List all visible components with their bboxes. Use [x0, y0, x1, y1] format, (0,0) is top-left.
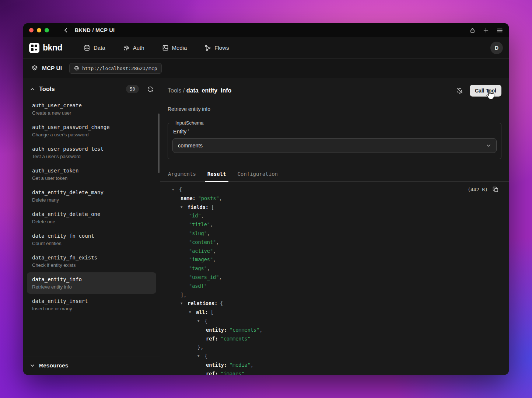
refresh-icon	[147, 86, 153, 92]
tab-configuration[interactable]: Configuration	[235, 167, 280, 182]
tool-description: Test a user's password	[32, 154, 151, 159]
json-punct: {	[204, 353, 207, 359]
tool-item-data_entity_delete_many[interactable]: data_entity_delete_manyDelete many	[27, 185, 156, 207]
tool-item-data_entity_info[interactable]: data_entity_infoRetrieve entity info	[27, 272, 156, 294]
json-key: fields:	[188, 204, 209, 210]
tool-description: Retrieve entity info	[32, 284, 151, 290]
tool-name: auth_user_token	[32, 168, 151, 174]
nav-item-label: Media	[172, 45, 187, 51]
json-punct: ,	[219, 195, 222, 201]
tool-description: Insert one or many	[32, 306, 151, 311]
menu-button[interactable]	[497, 28, 503, 33]
nav-item-data[interactable]: Data	[84, 45, 105, 51]
breadcrumb-current: data_entity_info	[186, 87, 232, 94]
tab-arguments[interactable]: Arguments	[165, 167, 199, 182]
json-string: "id"	[189, 213, 201, 219]
notifications-off-button[interactable]	[456, 87, 463, 94]
tab-result[interactable]: Result	[205, 167, 229, 182]
tool-item-auth_user_token[interactable]: auth_user_tokenGet a user token	[27, 164, 156, 185]
tool-item-auth_user_password_change[interactable]: auth_user_password_changeChange a user's…	[27, 120, 156, 142]
json-line: "images",	[167, 255, 509, 264]
sidebar-scrollbar[interactable]	[158, 114, 160, 173]
resources-section-title: Resources	[39, 362, 68, 369]
json-line: name:"posts",	[167, 194, 509, 203]
nav-item-flows[interactable]: Flows	[204, 45, 229, 51]
nav-items: Data Auth Media Flows	[84, 45, 229, 51]
tool-name: data_entity_insert	[32, 298, 151, 304]
json-punct: ,	[201, 213, 204, 219]
json-punct: [	[211, 309, 214, 315]
expand-arrow-icon[interactable]: ▼	[189, 308, 196, 317]
entity-field-label: Entity*	[173, 129, 496, 135]
json-punct: ,	[213, 248, 216, 254]
tool-name: auth_user_password_change	[32, 124, 151, 130]
json-line: "slug",	[167, 229, 509, 238]
tools-count-badge: 50	[126, 85, 139, 93]
json-string: "posts"	[198, 195, 219, 201]
nav-item-auth[interactable]: Auth	[123, 45, 144, 51]
window-title: BKND / MCP UI	[75, 27, 115, 33]
lock-icon[interactable]	[470, 28, 475, 33]
tool-name: auth_user_create	[32, 102, 151, 108]
tool-description: Check if entity exists	[32, 262, 151, 268]
expand-arrow-icon[interactable]: ▼	[181, 203, 188, 212]
tool-name: data_entity_fn_exists	[32, 255, 151, 261]
json-punct: ,	[210, 221, 213, 227]
tool-name: data_entity_delete_many	[32, 189, 151, 195]
call-tool-button[interactable]: Call Tool	[470, 85, 501, 97]
tool-item-auth_user_password_test[interactable]: auth_user_password_testTest a user's pas…	[27, 142, 156, 163]
json-punct: ,	[207, 265, 210, 271]
app-window: BKND / MCP UI bknd Data Auth	[23, 23, 509, 375]
collapse-tools-button[interactable]	[30, 87, 35, 92]
globe-icon	[74, 66, 79, 71]
tools-section-title: Tools	[39, 85, 55, 92]
copy-result-button[interactable]	[493, 186, 498, 192]
json-line: "asdf"	[167, 282, 509, 291]
tool-description: Create a new user	[32, 110, 151, 116]
json-line: },	[167, 343, 509, 352]
json-key: entity:	[206, 327, 227, 333]
refresh-tools-button[interactable]	[147, 86, 153, 92]
close-window-button[interactable]	[29, 28, 34, 32]
json-punct: {	[204, 318, 207, 324]
tool-item-data_entity_fn_count[interactable]: data_entity_fn_countCount entities	[27, 229, 156, 250]
resources-section-header[interactable]: Resources	[23, 356, 160, 375]
json-line: ▼{	[167, 317, 509, 326]
workflow-icon	[204, 45, 211, 51]
result-size-label: (442 B)	[468, 187, 488, 192]
new-tab-button[interactable]	[483, 27, 489, 33]
tool-description: Delete many	[32, 197, 151, 203]
tool-item-data_entity_insert[interactable]: data_entity_insertInsert one or many	[27, 294, 156, 315]
zoom-window-button[interactable]	[45, 28, 49, 32]
bknd-logo[interactable]: bknd	[29, 43, 62, 53]
minimize-window-button[interactable]	[37, 28, 41, 32]
chevron-up-icon	[30, 87, 35, 92]
json-line: ],	[167, 291, 509, 300]
tools-list: auth_user_createCreate a new userauth_us…	[23, 96, 160, 356]
tool-description: Get a user token	[32, 175, 151, 181]
expand-arrow-icon[interactable]: ▼	[172, 185, 179, 194]
mcp-url-pill[interactable]: http://localhost:28623/mcp	[69, 63, 162, 74]
mcp-url: http://localhost:28623/mcp	[82, 66, 157, 71]
expand-arrow-icon[interactable]: ▼	[181, 299, 188, 308]
subheader: MCP UI http://localhost:28623/mcp	[23, 59, 509, 78]
json-key: all:	[196, 309, 208, 315]
tool-item-auth_user_create[interactable]: auth_user_createCreate a new user	[27, 98, 156, 120]
tool-item-data_entity_delete_one[interactable]: data_entity_delete_oneDelete one	[27, 207, 156, 228]
back-button[interactable]	[63, 27, 69, 33]
tool-item-data_entity_fn_exists[interactable]: data_entity_fn_existsCheck if entity exi…	[27, 251, 156, 272]
expand-arrow-icon[interactable]: ▼	[197, 352, 204, 361]
breadcrumb-root[interactable]: Tools	[168, 87, 181, 94]
json-key: ref:	[206, 336, 218, 342]
input-schema-legend: InputSchema	[173, 120, 206, 126]
expand-arrow-icon[interactable]: ▼	[197, 317, 204, 326]
json-key: relations:	[188, 300, 217, 306]
json-punct: ,	[251, 362, 253, 368]
chevron-down-icon	[486, 143, 491, 148]
tool-description: Change a user's password	[32, 132, 151, 137]
json-tree: ▼{name:"posts",▼fields:["id","title","sl…	[167, 185, 509, 375]
entity-select[interactable]: comments	[172, 138, 497, 153]
nav-item-media[interactable]: Media	[162, 45, 187, 51]
user-avatar[interactable]: D	[490, 42, 503, 54]
chevron-left-icon	[63, 27, 69, 33]
